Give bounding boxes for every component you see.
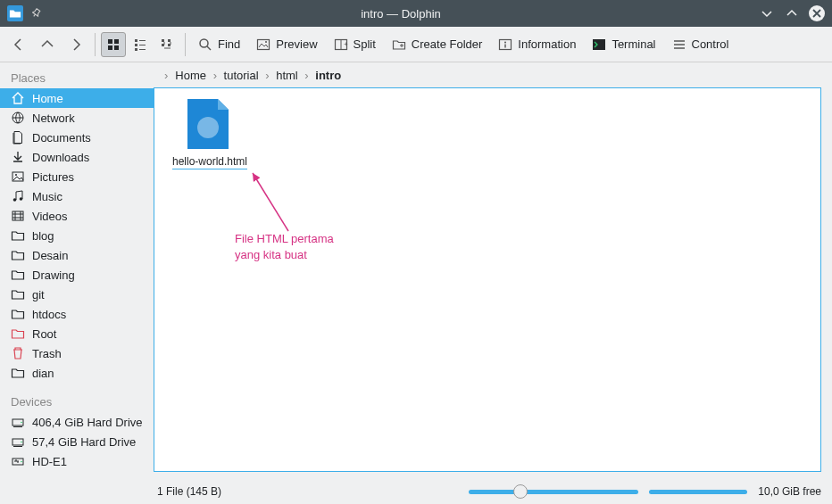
window-title: intro — Dolphin	[43, 7, 759, 21]
sidebar-place-downloads[interactable]: Downloads	[0, 147, 154, 167]
control-label: Control	[692, 37, 729, 51]
drive-icon	[11, 434, 25, 449]
places-section-title: Places	[0, 66, 154, 88]
sidebar-item-label: Downloads	[32, 151, 89, 164]
maximize-button[interactable]	[784, 5, 800, 21]
terminal-button[interactable]: Terminal	[585, 34, 662, 55]
sidebar-place-blog[interactable]: blog	[0, 226, 154, 245]
svg-rect-3	[114, 45, 119, 50]
create-folder-button[interactable]: Create Folder	[385, 34, 489, 55]
folder-icon	[11, 228, 25, 243]
sidebar-place-network[interactable]: Network	[0, 108, 154, 128]
svg-rect-12	[168, 39, 171, 42]
svg-point-37	[21, 461, 22, 463]
folder-icon	[11, 326, 25, 341]
pin-icon[interactable]	[32, 8, 43, 19]
status-text: 1 File (145 B)	[11, 485, 221, 498]
split-label: Split	[354, 37, 376, 51]
sidebar-place-home[interactable]: Home	[0, 88, 154, 108]
create-folder-label: Create Folder	[412, 37, 482, 51]
folder-icon	[11, 287, 25, 302]
svg-rect-22	[505, 44, 506, 47]
sidebar-item-label: Network	[32, 112, 75, 125]
svg-point-31	[21, 422, 22, 424]
close-button[interactable]	[809, 5, 825, 21]
svg-rect-5	[139, 40, 146, 41]
information-button[interactable]: Information	[491, 34, 583, 55]
pictures-icon	[11, 169, 25, 184]
sidebar-place-dian[interactable]: dian	[0, 363, 154, 383]
chevron-right-icon: ›	[210, 69, 220, 82]
compact-view-button[interactable]	[128, 32, 153, 57]
sidebar-place-music[interactable]: Music	[0, 186, 154, 206]
folder-icon	[11, 248, 25, 262]
back-button[interactable]	[5, 31, 32, 58]
videos-icon	[11, 209, 25, 223]
sidebar-item-label: 57,4 GiB Hard Drive	[32, 435, 136, 449]
toolbar: Find Preview +Split Create Folder Inform…	[0, 27, 832, 62]
sidebar-device[interactable]: 57,4 GiB Hard Drive	[0, 432, 154, 451]
svg-rect-32	[13, 426, 22, 427]
sidebar-item-label: Music	[32, 190, 62, 203]
sidebar-place-documents[interactable]: Documents	[0, 128, 154, 147]
svg-point-27	[13, 198, 17, 202]
sidebar-place-htdocs[interactable]: htdocs	[0, 304, 154, 324]
breadcrumb-item[interactable]: Home	[171, 67, 210, 84]
documents-icon	[11, 130, 25, 145]
svg-rect-4	[135, 39, 137, 42]
breadcrumb-item[interactable]: intro	[312, 67, 345, 84]
sidebar-place-desain[interactable]: Desain	[0, 245, 154, 265]
split-button[interactable]: +Split	[327, 34, 383, 55]
sidebar-item-label: Trash	[32, 347, 62, 360]
file-view[interactable]: hello-world.html File HTML pertama yang …	[154, 87, 821, 472]
terminal-label: Terminal	[612, 37, 655, 51]
separator	[95, 33, 96, 56]
sidebar-place-pictures[interactable]: Pictures	[0, 167, 154, 186]
sidebar: Places HomeNetworkDocumentsDownloadsPict…	[0, 62, 154, 479]
sidebar-device[interactable]: 406,4 GiB Hard Drive	[0, 412, 154, 432]
file-item[interactable]: hello-world.html	[165, 99, 254, 169]
svg-point-28	[20, 197, 23, 201]
zoom-slider[interactable]	[469, 484, 638, 499]
chevron-right-icon: ›	[164, 69, 168, 82]
sidebar-place-drawing[interactable]: Drawing	[0, 265, 154, 285]
sidebar-place-git[interactable]: git	[0, 285, 154, 304]
sidebar-item-label: blog	[32, 229, 54, 243]
svg-rect-23	[593, 39, 605, 50]
music-icon	[11, 189, 25, 203]
svg-rect-9	[139, 49, 146, 50]
sidebar-place-root[interactable]: Root	[0, 324, 154, 343]
trash-icon	[11, 346, 25, 360]
information-label: Information	[518, 37, 576, 51]
details-view-button[interactable]	[154, 32, 179, 57]
forward-button[interactable]	[62, 31, 89, 58]
sidebar-item-label: Videos	[32, 210, 68, 223]
html-file-icon	[187, 99, 232, 151]
icon-view-button[interactable]	[101, 32, 126, 57]
svg-point-26	[15, 174, 17, 176]
drive-usb-icon	[11, 454, 25, 468]
svg-point-14	[200, 39, 208, 47]
breadcrumb: › Home › tutorial › html › intro	[154, 62, 832, 87]
file-label: hello-world.html	[172, 155, 247, 169]
sidebar-item-label: git	[32, 288, 45, 302]
sidebar-place-trash[interactable]: Trash	[0, 343, 154, 363]
annotation-text: File HTML pertama yang kita buat	[235, 231, 334, 263]
preview-icon	[256, 37, 270, 52]
sidebar-place-videos[interactable]: Videos	[0, 206, 154, 226]
preview-button[interactable]: Preview	[249, 34, 324, 55]
search-icon	[198, 37, 212, 52]
sidebar-item-label: Documents	[32, 131, 91, 145]
statusbar: 1 File (145 B) 10,0 GiB free	[0, 479, 832, 504]
titlebar: intro — Dolphin	[0, 0, 832, 27]
sidebar-device[interactable]: HD-E1	[0, 451, 154, 471]
control-button[interactable]: Control	[665, 34, 736, 55]
hamburger-icon	[672, 37, 686, 52]
minimize-button[interactable]	[759, 5, 775, 21]
up-button[interactable]	[34, 31, 61, 58]
find-button[interactable]: Find	[191, 34, 247, 55]
breadcrumb-item[interactable]: html	[272, 67, 302, 84]
devices-section-title: Devices	[0, 390, 154, 412]
breadcrumb-item[interactable]: tutorial	[220, 67, 262, 84]
network-icon	[11, 111, 25, 125]
